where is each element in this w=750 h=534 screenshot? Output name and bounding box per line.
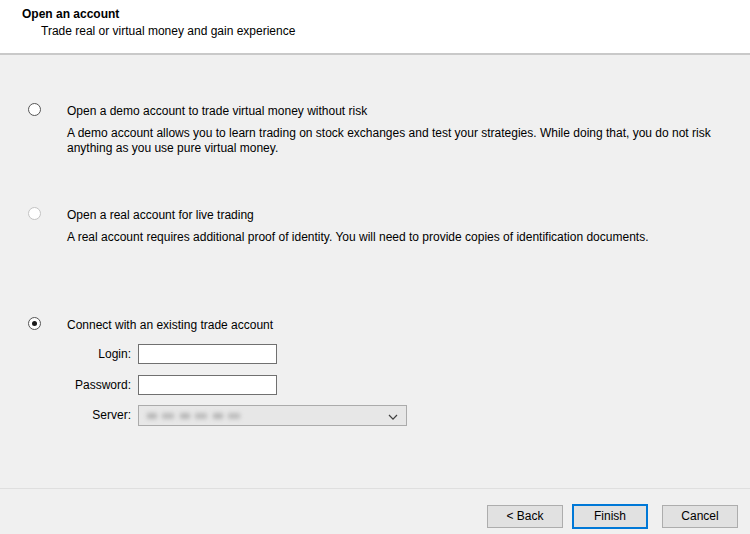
page-subtitle: Trade real or virtual money and gain exp… — [41, 24, 295, 38]
finish-button[interactable]: Finish — [572, 504, 648, 529]
login-input[interactable] — [138, 344, 277, 364]
server-value-redacted — [147, 413, 243, 419]
wizard-header: Open an account Trade real or virtual mo… — [0, 0, 750, 53]
back-button[interactable]: < Back — [487, 505, 563, 528]
chevron-down-icon — [388, 412, 398, 422]
demo-account-description: A demo account allows you to learn tradi… — [67, 126, 719, 156]
radio-demo-account[interactable] — [28, 103, 41, 116]
open-account-wizard: Open an account Trade real or virtual mo… — [0, 0, 750, 534]
header-divider — [0, 53, 750, 55]
radio-existing-account-label[interactable]: Connect with an existing trade account — [67, 318, 273, 332]
footer-divider — [0, 488, 750, 489]
cancel-button[interactable]: Cancel — [662, 505, 738, 528]
radio-real-account-label[interactable]: Open a real account for live trading — [67, 208, 254, 222]
real-account-description: A real account requires additional proof… — [67, 230, 719, 245]
login-label: Login: — [40, 347, 131, 361]
password-input[interactable] — [138, 375, 277, 395]
server-label: Server: — [40, 408, 131, 422]
radio-demo-account-label[interactable]: Open a demo account to trade virtual mon… — [67, 104, 367, 118]
server-dropdown[interactable] — [138, 405, 407, 426]
radio-existing-account[interactable] — [28, 317, 41, 330]
page-title: Open an account — [22, 7, 119, 21]
radio-real-account[interactable] — [28, 207, 41, 220]
password-label: Password: — [40, 378, 131, 392]
